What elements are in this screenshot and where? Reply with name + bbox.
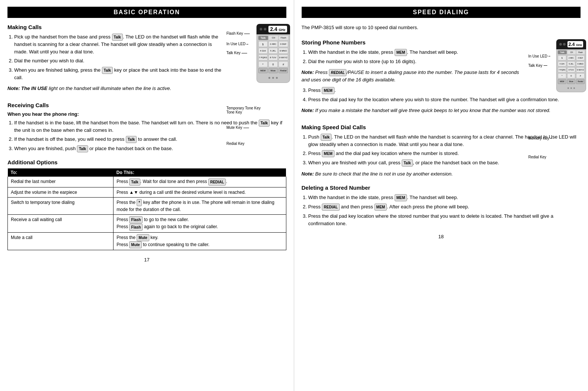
row-do-2: Press ▲▼ during a call until the desired… bbox=[113, 187, 286, 197]
in-use-led-label: In Use LED bbox=[227, 42, 249, 46]
row-to-4: Receive a call waiting call bbox=[8, 214, 113, 232]
row-do-4: Press Flash to go to the new caller.Pres… bbox=[113, 214, 286, 232]
mem-key-ref1: MEM bbox=[395, 49, 407, 56]
right-header: SPEED DIALING bbox=[302, 7, 581, 18]
redial-key: Redial bbox=[279, 68, 288, 73]
deleting-steps: With the handset in the idle state, pres… bbox=[308, 194, 581, 227]
mute-key: Mute bbox=[268, 68, 278, 73]
redial-key-ref1: REDIAL bbox=[329, 69, 346, 76]
key-hash: # bbox=[279, 61, 288, 67]
phone-illustration-right: In Use LED Talk Key Memory Key Redial Ke… bbox=[528, 39, 581, 92]
deleting-title: Deleting a Stored Number bbox=[302, 184, 581, 191]
talk-key-btn: Talk bbox=[258, 36, 268, 40]
making-calls-note: Note: The IN USE light on the handset wi… bbox=[7, 85, 286, 92]
storing-section: In Use LED Talk Key Memory Key Redial Ke… bbox=[302, 39, 581, 117]
key-7: 7 PQRS bbox=[258, 55, 268, 60]
key-2: 2 ABC bbox=[268, 41, 278, 47]
right-memory-key-label: Memory Key bbox=[528, 136, 552, 140]
additional-options-table: To: Do This: Redial the last number Pres… bbox=[7, 168, 286, 250]
key-3: 3 DEF bbox=[279, 41, 288, 47]
talk-key-table: Talk bbox=[129, 179, 140, 186]
talk-key-speed2: Talk bbox=[402, 159, 413, 167]
left-panel: BASIC OPERATION Flash Key In Use LED Tal… bbox=[0, 0, 294, 391]
table-row: Redial the last number Press Talk. Wait … bbox=[8, 177, 286, 187]
talk-key-label: Talk Key bbox=[227, 51, 248, 55]
talk-ref5: Talk bbox=[77, 145, 88, 152]
speed-step-3: When you are finished with your call, pr… bbox=[308, 159, 581, 167]
table-row: Adjust the volume in the earpiece Press … bbox=[8, 187, 286, 197]
redial-key-label: Redial Key bbox=[227, 142, 245, 146]
key-8: 8 TUV bbox=[268, 55, 278, 60]
deleting-section: Deleting a Stored Number With the handse… bbox=[302, 184, 581, 227]
mem-key: MEM bbox=[258, 68, 268, 73]
deleting-step-3: Press the dial pad key location where th… bbox=[308, 212, 581, 227]
table-row: Switch to temporary tone dialing Press t… bbox=[8, 197, 286, 214]
storing-step-4: Press the dial pad key for the location … bbox=[308, 96, 581, 103]
right-panel: SPEED DIALING The PMP-3815 will store up… bbox=[294, 0, 588, 391]
temporary-tone-key-label: Temporary Tone Key Tone Key bbox=[227, 106, 261, 114]
row-to-2: Adjust the volume in the earpiece bbox=[8, 187, 113, 197]
storing-note2: Note: If you make a mistake the handset … bbox=[302, 107, 581, 114]
redial-key-table: REDIAL bbox=[208, 179, 226, 186]
row-to-1: Redial the last number bbox=[8, 177, 113, 187]
key-0: 0 bbox=[268, 61, 278, 67]
table-row: Mute a call Press the Mute key.Press Mut… bbox=[8, 232, 286, 250]
mem-key-ref2: MEM bbox=[322, 87, 334, 94]
talk-key-ref: Talk bbox=[112, 34, 123, 41]
row-do-5: Press the Mute key.Press Mute to continu… bbox=[113, 232, 286, 250]
left-header: BASIC OPERATION bbox=[7, 7, 286, 18]
receiving-step-2: If the handset is off the base, you will… bbox=[14, 136, 286, 143]
talk-ref4: Talk bbox=[126, 136, 137, 143]
table-row: Receive a call waiting call Press Flash … bbox=[8, 214, 286, 232]
ch-key: CH bbox=[269, 36, 278, 40]
ghz-display: 2.4 GHz bbox=[268, 26, 287, 32]
right-in-use-led-label: In Use LED bbox=[528, 54, 550, 58]
right-intro: The PMP-3815 will store up to 10 speed d… bbox=[302, 24, 581, 31]
mute-key-table2: Mute bbox=[129, 241, 141, 248]
key-6: 6 MNO bbox=[279, 48, 288, 54]
key-1: 1 bbox=[258, 41, 268, 47]
deleting-step-2: Press REDIAL and then press MEM. After e… bbox=[308, 203, 581, 211]
right-talk-key-label: Talk Key bbox=[528, 63, 547, 68]
additional-options-section: Additional Options To: Do This: Redial t… bbox=[7, 159, 286, 250]
making-speed-section: Making Speed Dial Calls Push Talk. The L… bbox=[302, 124, 581, 178]
deleting-step-1: With the handset in the idle state, pres… bbox=[308, 194, 581, 201]
phone-illustration-left: Flash Key In Use LED Talk Key Temporary … bbox=[227, 24, 286, 83]
mute-key-label: Mute Key bbox=[227, 125, 249, 130]
mem-key-speed: MEM bbox=[322, 150, 334, 157]
mem-key-del1: MEM bbox=[395, 194, 407, 201]
col-do: Do This: bbox=[113, 168, 286, 177]
mute-key-table1: Mute bbox=[137, 234, 149, 241]
flash-key-table2: Flash bbox=[129, 224, 143, 231]
flash-key-label: Flash Key bbox=[227, 31, 250, 35]
speed-step-1: Push Talk. The LED on the handset will f… bbox=[308, 133, 581, 148]
row-to-5: Mute a call bbox=[8, 232, 113, 250]
receiving-step-3: When you are finished, push Talk or plac… bbox=[14, 145, 286, 152]
right-page-number: 18 bbox=[302, 234, 581, 239]
talk-ref3: Talk bbox=[259, 120, 270, 127]
talk-key-ref2: Talk bbox=[102, 67, 113, 74]
col-to: To: bbox=[8, 168, 113, 177]
making-speed-note: Note: Be sure to check that the line is … bbox=[302, 170, 581, 178]
speaker-area bbox=[258, 75, 288, 81]
row-to-3: Switch to temporary tone dialing bbox=[8, 197, 113, 214]
flash-key-btn: Flash bbox=[279, 36, 288, 40]
row-do-3: Press the * key after the phone is in us… bbox=[113, 197, 286, 214]
left-page-number: 17 bbox=[7, 257, 286, 263]
making-calls-section: Flash Key In Use LED Talk Key Temporary … bbox=[7, 24, 286, 95]
mem-key-del2: MEM bbox=[374, 204, 387, 211]
flash-key-table1: Flash bbox=[129, 216, 143, 223]
key-5: 5 JKL bbox=[268, 48, 278, 54]
receiving-calls-steps: If the handset is in the base, lift the … bbox=[14, 119, 286, 153]
right-redial-key-label: Redial Key bbox=[528, 155, 546, 159]
key-9: 9 WXYZ bbox=[279, 55, 288, 60]
page: BASIC OPERATION Flash Key In Use LED Tal… bbox=[0, 0, 588, 391]
led-indicators bbox=[259, 28, 267, 31]
key-star: * bbox=[258, 61, 268, 67]
key-4: 4 GHI bbox=[258, 48, 268, 54]
row-do-1: Press Talk. Wait for dial tone and then … bbox=[113, 177, 286, 187]
making-speed-title: Making Speed Dial Calls bbox=[302, 124, 581, 130]
talk-key-speed1: Talk bbox=[321, 134, 332, 141]
additional-options-title: Additional Options bbox=[7, 159, 286, 165]
redial-key-del: REDIAL bbox=[322, 204, 339, 211]
